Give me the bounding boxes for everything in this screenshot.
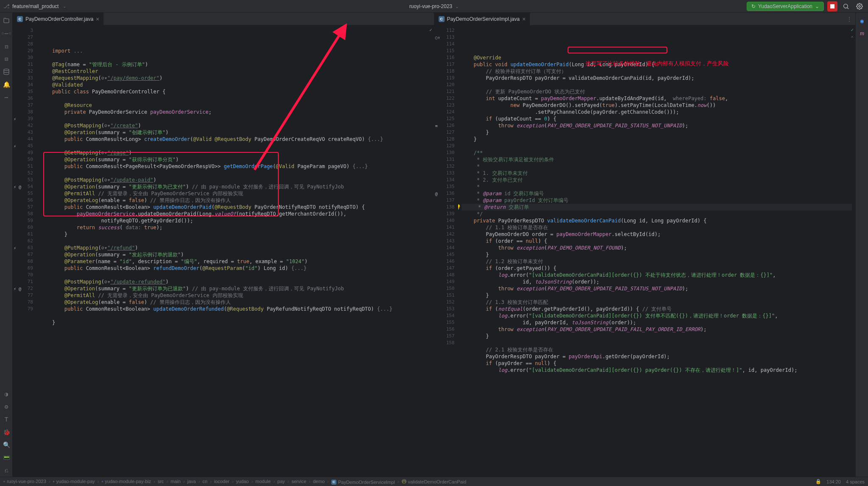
code-editor[interactable]: 这里写了比较多的校验，避免内部有人模拟支付，产生风险 @Override pub…: [458, 25, 856, 477]
text-tool-icon[interactable]: T: [0, 413, 13, 426]
left-tool-rail: ◦─◦ ⧈ ⊟ 🔔 ⋯ ◑ ⚙ T 🐞 🔍 📟 ⎌: [0, 13, 13, 477]
annotation-box-small: [568, 47, 667, 53]
terminal-tool-icon[interactable]: 📟: [0, 451, 13, 464]
database-tool-icon[interactable]: [0, 65, 13, 78]
left-editor-pane: C PayDemoOrderController.java × ✓ 327282…: [13, 13, 434, 477]
structure-tool-icon[interactable]: ⧈: [0, 40, 13, 53]
right-code-area[interactable]: ✓ ⌃ 112113◯↑1141151161171181191201211221…: [434, 25, 856, 477]
chevron-down-icon[interactable]: ⌄: [455, 4, 459, 9]
svg-point-3: [859, 6, 860, 7]
commit-tool-icon[interactable]: ◦─◦: [0, 27, 13, 40]
code-editor[interactable]: import ... @Tag(name = "管理后台 - 示例订单") @R…: [36, 25, 434, 477]
refresh-icon: ↻: [751, 3, 756, 9]
svg-rect-0: [830, 4, 834, 8]
tabs-menu-icon[interactable]: ⋮: [843, 16, 855, 22]
indent-info[interactable]: 4 spaces: [846, 479, 865, 484]
cursor-position[interactable]: 134:20: [826, 479, 841, 484]
java-class-icon: C: [439, 16, 445, 22]
svg-line-2: [847, 8, 848, 9]
breadcrumb-path[interactable]: ▫ ruoyi-vue-pro-2023›▫ yudao-module-pay›…: [3, 478, 466, 485]
left-code-area[interactable]: ✓ 327282930313233343536373839⚡42434445⚡4…: [13, 25, 434, 477]
right-tool-rail: ◉ m: [855, 13, 868, 477]
gutter[interactable]: 327282930313233343536373839⚡42434445⚡495…: [13, 25, 36, 477]
right-editor-pane: C PayDemoOrderServiceImpl.java × ⋮ ✓ ⌃ 1…: [434, 13, 856, 477]
branch-name[interactable]: feature/mall_product: [12, 3, 59, 9]
gear-icon[interactable]: ⚙: [0, 400, 13, 413]
project-tool-icon[interactable]: [0, 14, 13, 27]
tab-label: PayDemoOrderController.java: [25, 16, 93, 22]
svg-point-4: [4, 69, 9, 70]
bookmarks-tool-icon[interactable]: ⊟: [0, 53, 13, 65]
search-icon[interactable]: [841, 1, 851, 11]
search-icon[interactable]: 🔍: [0, 438, 13, 451]
project-name[interactable]: ruoyi-vue-pro-2023: [409, 3, 452, 9]
editor-tab[interactable]: C PayDemoOrderController.java ×: [13, 13, 104, 25]
editor-tab[interactable]: C PayDemoOrderServiceImpl.java ×: [434, 13, 531, 25]
gear-icon[interactable]: [854, 1, 865, 11]
branch-icon: ⎇: [3, 3, 10, 9]
svg-point-1: [844, 4, 848, 8]
titlebar: ⎇ feature/mall_product ⌄ ruoyi-vue-pro-2…: [0, 0, 868, 13]
gutter[interactable]: 112113◯↑11411511611711811912012112212312…: [434, 25, 458, 477]
stop-button[interactable]: [827, 1, 837, 11]
chevron-down-icon: ⌄: [815, 3, 819, 9]
lock-icon[interactable]: 🔒: [815, 479, 821, 484]
chevron-down-icon[interactable]: ⌄: [63, 4, 66, 8]
breadcrumb-bar: ▫ ruoyi-vue-pro-2023›▫ yudao-module-pay›…: [0, 477, 868, 486]
run-config-label: YudaoServerApplication: [758, 3, 812, 9]
run-configuration[interactable]: ↻ YudaoServerApplication ⌄: [747, 2, 824, 11]
ai-assistant-icon[interactable]: ◉: [856, 14, 868, 27]
java-class-icon: C: [17, 16, 23, 22]
editor-tabs: C PayDemoOrderController.java ×: [13, 13, 434, 25]
notification-tool-icon[interactable]: 🔔: [0, 78, 13, 91]
tab-label: PayDemoOrderServiceImpl.java: [447, 16, 520, 22]
more-tool-icon[interactable]: ⋯: [0, 91, 13, 104]
git-tool-icon[interactable]: ⎌: [0, 464, 13, 477]
close-icon[interactable]: ×: [522, 16, 526, 22]
debug-tool-icon[interactable]: 🐞: [0, 426, 13, 438]
clock-icon[interactable]: ◑: [0, 388, 13, 400]
maven-tool-icon[interactable]: m: [856, 27, 868, 40]
editor-tabs: C PayDemoOrderServiceImpl.java × ⋮: [434, 13, 856, 25]
annotation-text: 这里写了比较多的校验，避免内部有人模拟支付，产生风险: [585, 60, 729, 67]
close-icon[interactable]: ×: [96, 16, 99, 22]
